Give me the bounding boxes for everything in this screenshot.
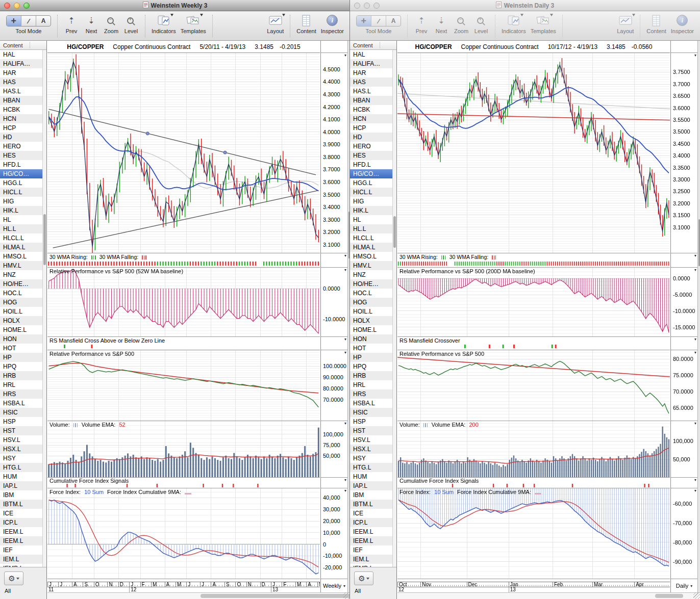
content-button[interactable]: Content <box>646 14 666 34</box>
sidebar-item-hlmal[interactable]: HLMA.L <box>350 243 392 252</box>
panel-collapse-icon[interactable] <box>344 488 346 493</box>
sidebar-item-has[interactable]: HAS <box>350 77 392 87</box>
crosshair-tool-icon[interactable] <box>357 16 371 26</box>
sidebar-item-hal[interactable]: HAL <box>350 50 392 59</box>
sidebar-item-hrs[interactable]: HRS <box>350 389 392 399</box>
sidebar-item-hon[interactable]: HON <box>350 334 392 344</box>
sidebar-item-ice[interactable]: ICE <box>0 509 42 518</box>
sidebar-item-hcn[interactable]: HCN <box>350 114 392 123</box>
sidebar-item-hig[interactable]: HIG <box>0 197 42 206</box>
sidebar-item-hsic[interactable]: HSIC <box>350 408 392 417</box>
sidebar-item-halifa[interactable]: HALIFA… <box>350 59 392 68</box>
wma-strip-canvas[interactable] <box>47 261 320 266</box>
templates-button[interactable]: Templates <box>531 14 556 34</box>
horizontal-scrollbar-thumb[interactable] <box>655 594 683 598</box>
close-button[interactable] <box>354 3 360 9</box>
sidebar-item-hsbal[interactable]: HSBA.L <box>0 399 42 408</box>
templates-button[interactable]: Templates <box>181 14 206 34</box>
layout-button[interactable]: Layout <box>267 14 284 34</box>
vertical-scrollbar[interactable] <box>697 41 700 592</box>
panel-collapse-icon[interactable] <box>694 488 696 493</box>
sidebar-item-hp[interactable]: HP <box>0 353 42 362</box>
sidebar-item-hd[interactable]: HD <box>0 133 42 142</box>
sidebar-item-hal[interactable]: HAL <box>0 50 42 59</box>
zoom-out-button[interactable]: Zoom <box>454 14 469 34</box>
sidebar-item-hst[interactable]: HST <box>350 426 392 435</box>
titlebar[interactable]: Weinstein Weekly 3 <box>0 0 350 11</box>
sidebar-item-hfdl[interactable]: HFD.L <box>0 160 42 169</box>
text-tool-icon[interactable] <box>386 16 401 26</box>
sidebar-item-hlcll[interactable]: HLCL.L <box>350 233 392 243</box>
sidebar-item-hrl[interactable]: HRL <box>0 380 42 389</box>
sidebar-item-hsic[interactable]: HSIC <box>0 408 42 417</box>
panel-collapse-icon[interactable] <box>694 253 696 258</box>
sidebar-item-ibm[interactable]: IBM <box>350 490 392 500</box>
sidebar-item-hban[interactable]: HBAN <box>350 96 392 105</box>
titlebar[interactable]: Weinstein Daily 3 <box>350 0 700 11</box>
sidebar-item-homel[interactable]: HOME.L <box>0 325 42 334</box>
sidebar-item-hog[interactable]: HOG <box>350 298 392 307</box>
sidebar-item-hcbk[interactable]: HCBK <box>350 105 392 114</box>
sidebar-item-hrl[interactable]: HRL <box>350 380 392 389</box>
panel-collapse-icon[interactable] <box>694 268 696 272</box>
sidebar-scrollbar-thumb[interactable] <box>393 216 396 248</box>
sidebar-item-ieeml[interactable]: IEEM.L <box>350 536 392 545</box>
rsbars-canvas[interactable] <box>47 268 320 336</box>
sidebar-item-hoill[interactable]: HOIL.L <box>350 307 392 316</box>
sidebar-item-hocl[interactable]: HOC.L <box>350 289 392 298</box>
sidebar-item-hsbal[interactable]: HSBA.L <box>350 399 392 408</box>
panel-collapse-icon[interactable] <box>344 350 346 355</box>
sidebar-item-hasl[interactable]: HAS.L <box>350 87 392 96</box>
sidebar-item-hsvl[interactable]: HSV.L <box>0 435 42 445</box>
sidebar-item-hmvl[interactable]: HMV.L <box>350 261 392 270</box>
close-button[interactable] <box>4 3 10 9</box>
rsline-canvas[interactable] <box>47 350 320 421</box>
sidebar-item-hnz[interactable]: HNZ <box>0 270 42 279</box>
sidebar-item-hoill[interactable]: HOIL.L <box>0 307 42 316</box>
panel-collapse-icon[interactable] <box>694 53 696 58</box>
prev-button[interactable]: Prev <box>64 14 79 34</box>
rsbars-canvas[interactable] <box>397 268 670 336</box>
content-button[interactable]: Content <box>296 14 316 34</box>
inspector-button[interactable]: Inspector <box>671 14 694 34</box>
sidebar-item-hmvl[interactable]: HMV.L <box>0 261 42 270</box>
sidebar-item-hsp[interactable]: HSP <box>0 417 42 426</box>
rsline-canvas[interactable] <box>397 350 670 421</box>
resize-grip[interactable] <box>693 592 700 599</box>
panel-collapse-icon[interactable] <box>344 53 346 58</box>
sidebar-item-has[interactable]: HAS <box>0 77 42 87</box>
panel-collapse-icon[interactable] <box>344 337 346 342</box>
sidebar-item-hohe[interactable]: HO/HE… <box>350 279 392 289</box>
sidebar-item-hcp[interactable]: HCP <box>0 123 42 133</box>
sidebar-item-hcp[interactable]: HCP <box>350 123 392 133</box>
sidebar-item-hero[interactable]: HERO <box>0 142 42 151</box>
sidebar-item-hll[interactable]: HL.L <box>350 224 392 233</box>
sidebar-item-hicll[interactable]: HICL.L <box>350 188 392 197</box>
sidebar-item-hmsol[interactable]: HMSO.L <box>0 252 42 261</box>
panel-collapse-icon[interactable] <box>694 337 696 342</box>
sidebar-item-ief[interactable]: IEF <box>0 545 42 555</box>
sidebar-header[interactable]: Content <box>0 41 46 50</box>
price-chart-canvas[interactable] <box>47 53 320 253</box>
sidebar-item-hocl[interactable]: HOC.L <box>0 289 42 298</box>
sidebar-item-hicll[interactable]: HICL.L <box>0 188 42 197</box>
text-tool-icon[interactable] <box>36 16 51 26</box>
zoom-out-button[interactable]: Zoom <box>104 14 119 34</box>
sidebar-item-hnz[interactable]: HNZ <box>350 270 392 279</box>
sidebar-item-hum[interactable]: HUM <box>350 472 392 481</box>
sidebar-item-hsxl[interactable]: HSX.L <box>0 445 42 454</box>
mansfield-strip-canvas[interactable] <box>47 344 320 349</box>
sidebar-item-hsp[interactable]: HSP <box>350 417 392 426</box>
sidebar-item-hon[interactable]: HON <box>0 334 42 344</box>
sidebar-item-iapl[interactable]: IAP.L <box>0 481 42 490</box>
sidebar-item-hero[interactable]: HERO <box>350 142 392 151</box>
panel-collapse-icon[interactable] <box>344 268 346 272</box>
timeframe-selector[interactable]: Weekly <box>321 579 347 592</box>
sidebar-item-hl[interactable]: HL <box>0 215 42 224</box>
sidebar-item-icpl[interactable]: ICP.L <box>350 518 392 527</box>
sidebar-item-hig[interactable]: HIG <box>350 197 392 206</box>
sidebar-item-hmsol[interactable]: HMSO.L <box>350 252 392 261</box>
sidebar-item-hd[interactable]: HD <box>350 133 392 142</box>
sidebar-item-hpq[interactable]: HPQ <box>0 362 42 371</box>
force-canvas[interactable] <box>397 488 670 579</box>
